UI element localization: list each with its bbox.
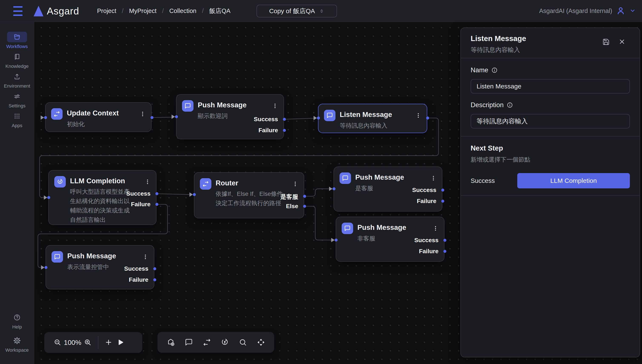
node-menu-icon[interactable] [270, 100, 280, 111]
zoom-out-icon[interactable] [52, 336, 63, 349]
output-label-success: Success [126, 190, 150, 197]
node-add-icon[interactable] [165, 336, 177, 349]
node-update-context[interactable]: Update Context初始化 [45, 102, 152, 132]
node-menu-icon[interactable] [431, 223, 440, 234]
node-subtitle: 表示流量控管中 [67, 263, 109, 271]
node-push-message-non-agent[interactable]: Push Message非客服SuccessFailure [336, 217, 445, 262]
output-label-failure: Failure [131, 201, 150, 208]
save-icon[interactable] [602, 38, 610, 46]
node-menu-icon[interactable] [429, 173, 438, 184]
panel-subtitle: 等待訊息內容輸入 [471, 46, 630, 54]
output-label-success: Success [124, 265, 148, 272]
menu-icon[interactable] [13, 6, 24, 16]
node-subtitle: 初始化 [67, 120, 85, 128]
llm-icon[interactable] [219, 336, 231, 349]
sidebar-item-environment[interactable]: Environment [0, 71, 34, 89]
zoom-in-icon[interactable] [82, 336, 94, 349]
node-title: Update Context [67, 109, 119, 117]
output-label-是客服: 是客服 [280, 193, 298, 201]
node-menu-icon[interactable] [291, 178, 300, 189]
sidebar-item-label: Environment [4, 83, 30, 89]
node-push-message-agent[interactable]: Push Message是客服SuccessFailure [334, 166, 442, 212]
name-input[interactable] [471, 79, 630, 94]
node-menu-icon[interactable] [143, 176, 152, 187]
breadcrumb-item-飯店qa[interactable]: 飯店QA [209, 7, 231, 15]
upload-icon [7, 71, 27, 82]
zoom-toolbar: 100% [44, 332, 142, 353]
swap-icon[interactable] [201, 336, 213, 349]
run-icon[interactable] [115, 336, 126, 349]
description-input[interactable] [471, 114, 630, 128]
sidebar: WorkflowsKnowledgeEnvironmentSettingsApp… [0, 22, 34, 364]
output-label-success: Success [412, 187, 436, 194]
sidebar-item-label: Knowledge [6, 64, 29, 69]
chat-icon [52, 251, 63, 262]
node-push-message-throttle[interactable]: Push Message表示流量控管中SuccessFailure [46, 245, 154, 289]
asgard-workflow-app: Asgard Project/MyProject/Collection/飯店QA… [0, 0, 642, 364]
breadcrumb-item-project[interactable]: Project [97, 8, 116, 14]
node-listen-message[interactable]: Listen Message等待訊息內容輸入 [318, 104, 427, 133]
info-icon [491, 67, 498, 73]
node-router[interactable]: Router依據If、Else If、Else條件決定工作流程執行的路徑是客服E… [194, 172, 304, 218]
info-icon [507, 102, 513, 108]
next-step-title: Next Step [471, 144, 630, 152]
chat-icon [182, 100, 193, 112]
sidebar-item-apps[interactable]: Apps [0, 111, 34, 128]
grid-icon [7, 111, 27, 122]
breadcrumb-item-myproject[interactable]: MyProject [129, 8, 156, 14]
node-subtitle: 依據If、Else If、Else條件決定工作流程執行的路徑 [216, 189, 285, 208]
chat-icon[interactable] [183, 336, 195, 349]
sidebar-item-settings[interactable]: Settings [0, 91, 34, 109]
sidebar-item-label: Help [12, 324, 22, 330]
breadcrumb-separator: / [122, 8, 123, 14]
node-subtitle: 等待訊息內容輸入 [340, 122, 387, 130]
node-title: Push Message [355, 173, 404, 181]
workflow-selector[interactable]: Copy of 飯店QA [257, 5, 337, 18]
node-push-message-welcome[interactable]: Push Message顯示歡迎詞SuccessFailure [176, 94, 284, 139]
output-label-else: Else [286, 203, 298, 210]
node-title: Push Message [357, 224, 406, 232]
account-label: AsgardAI (Asgard Internal) [539, 8, 612, 14]
node-title: Push Message [198, 101, 247, 109]
output-label-failure: Failure [419, 248, 439, 255]
next-step-rows: SuccessLLM Completion [471, 173, 630, 188]
chat-icon [339, 172, 351, 184]
add-icon[interactable] [103, 336, 115, 349]
next-step-target-button[interactable]: LLM Completion [517, 173, 630, 188]
output-label-success: Success [414, 237, 439, 244]
zoom-level: 100% [63, 339, 82, 346]
user-icon[interactable] [616, 6, 625, 16]
sidebar-item-workspace[interactable]: Workspace [0, 335, 34, 353]
node-llm-completion[interactable]: LLM Completion呼叫大型語言模型並產生結構化的資料輸出以輔助流程的決… [48, 170, 156, 225]
sidebar-main-items: WorkflowsKnowledgeEnvironmentSettingsApp… [0, 32, 34, 128]
swap-icon [51, 108, 63, 120]
node-subtitle: 是客服 [355, 184, 373, 192]
close-icon[interactable] [618, 38, 626, 46]
description-field-label: Description [471, 101, 630, 109]
book-icon [7, 52, 27, 62]
node-menu-icon[interactable] [141, 252, 150, 262]
sidebar-item-help[interactable]: Help [0, 312, 34, 330]
search-icon[interactable] [237, 336, 249, 349]
sidebar-item-workflows[interactable]: Workflows [0, 32, 34, 49]
sliders-icon [7, 91, 27, 102]
node-subtitle: 呼叫大型語言模型並產生結構化的資料輸出以輔助流程的決策或生成自然語言輸出 [70, 187, 133, 224]
navbar-right: AsgardAI (Asgard Internal) [539, 0, 636, 22]
chevron-down-icon[interactable] [629, 7, 636, 15]
sidebar-item-knowledge[interactable]: Knowledge [0, 52, 34, 69]
top-navbar: Asgard Project/MyProject/Collection/飯店QA… [0, 0, 642, 22]
toolbar-divider [98, 336, 98, 349]
brand-name: Asgard [47, 5, 79, 17]
node-menu-icon[interactable] [138, 109, 147, 119]
node-menu-icon[interactable] [413, 110, 423, 121]
description-label-text: Description [471, 101, 504, 109]
output-label-failure: Failure [417, 198, 436, 204]
sidebar-bottom-items: HelpWorkspace [0, 312, 34, 353]
node-palette-toolbar [157, 332, 274, 353]
sidebar-item-label: Workspace [5, 348, 29, 353]
fit-view-icon[interactable] [255, 336, 267, 349]
brand-logo[interactable]: Asgard [34, 0, 79, 22]
output-label-failure: Failure [129, 276, 148, 283]
sidebar-item-label: Apps [12, 123, 22, 128]
breadcrumb-item-collection[interactable]: Collection [169, 8, 196, 14]
